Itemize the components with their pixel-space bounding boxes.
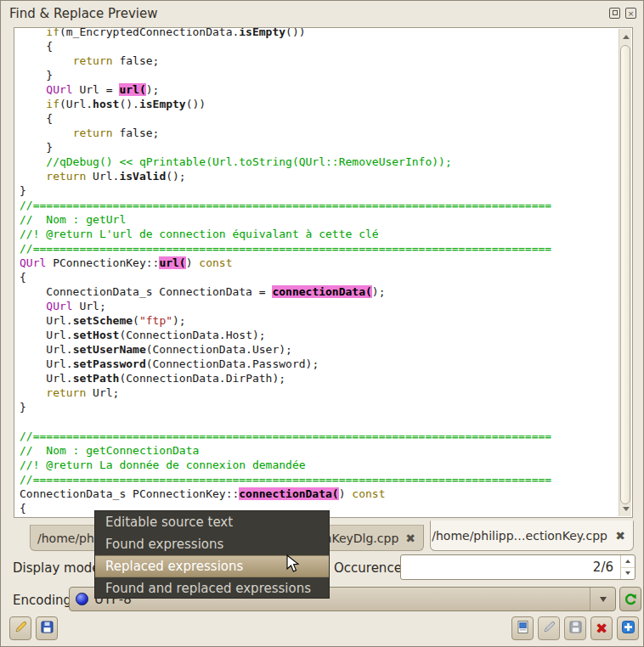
window-title: Find & Replace Preview <box>9 6 157 21</box>
code-line: // Nom : getConnectionData <box>20 443 619 458</box>
code-line: //======================================… <box>20 429 619 443</box>
tab-label: nKeyDlg.cpp <box>325 532 399 545</box>
code-line: if(m_EncryptedConnectionData.isEmpty()) <box>20 27 619 39</box>
code-line: Url.setScheme("ftp"); <box>20 313 619 328</box>
tab-label: /home/philipp…ectionKey.cpp <box>431 529 608 543</box>
tab-close-icon[interactable]: ✖ <box>405 532 415 545</box>
bottom-toolbar: ✖ <box>1 614 643 643</box>
code-line: //! @return La donnée de connexion deman… <box>20 458 619 472</box>
save-source-button[interactable] <box>36 616 58 640</box>
code-line: Url.setUserName(ConnectionData.User); <box>20 342 619 357</box>
code-line: { <box>20 270 619 284</box>
menu-item-found-expressions[interactable]: Found expressions <box>95 533 329 555</box>
code-line: { <box>20 39 619 53</box>
code-line: //qDebug() << qPrintable(Url.toString(QU… <box>20 155 619 169</box>
menu-item-editable-source-text[interactable]: Editable source text <box>95 511 329 533</box>
spin-down-icon[interactable] <box>621 567 635 580</box>
tab-file-2[interactable]: /home/philipp…ectionKey.cpp ✖ <box>430 520 634 551</box>
pencil-yellow-icon <box>14 620 28 638</box>
restore-icon[interactable] <box>609 8 620 19</box>
code-line: ConnectionData_s PConnectionKey::connect… <box>20 487 619 501</box>
refresh-icon <box>624 593 637 606</box>
preview-document-button[interactable] <box>511 616 534 640</box>
code-line: //======================================… <box>20 198 619 212</box>
code-line: return false; <box>20 53 619 68</box>
close-file-button[interactable]: ✖ <box>590 616 613 640</box>
code-line: QUrl Url = url(); <box>20 82 619 97</box>
source-preview-pane[interactable]: if(m_EncryptedConnectionData.isEmpty()) … <box>14 27 633 518</box>
code-line: Url.setPassword(ConnectionData.Password)… <box>20 357 619 371</box>
refresh-encoding-button[interactable] <box>619 587 641 611</box>
code-line: Url.setPath(ConnectionData.DirPath); <box>20 371 619 385</box>
occurrence-spinbox[interactable]: 2/6 <box>400 554 636 580</box>
floppy-gray-icon <box>568 620 583 638</box>
toolbar-right-group: ✖ <box>511 616 639 640</box>
save-result-button[interactable] <box>564 616 586 640</box>
titlebar: Find & Replace Preview × <box>1 1 643 26</box>
display-mode-label: Display mode <box>13 560 100 576</box>
code-line: if(Url.host().isEmpty()) <box>20 97 619 111</box>
mouse-cursor <box>286 554 300 573</box>
code-lines[interactable]: if(m_EncryptedConnectionData.isEmpty()) … <box>20 27 619 517</box>
spin-up-icon[interactable] <box>621 555 635 567</box>
code-line: //======================================… <box>20 472 619 487</box>
occurrence-label: Occurence <box>334 560 402 576</box>
code-line: QUrl PConnectionKey::url() const <box>20 256 619 270</box>
code-line: // Nom : getUrl <box>20 212 619 227</box>
code-line <box>20 414 619 429</box>
edit-result-button[interactable] <box>538 616 560 640</box>
code-line: return false; <box>20 126 619 140</box>
encoding-orb-icon <box>76 593 88 605</box>
code-line: //======================================… <box>20 241 619 256</box>
close-red-icon: ✖ <box>596 621 607 637</box>
find-replace-preview-window: Find & Replace Preview × if(m_EncryptedC… <box>0 0 644 647</box>
edit-source-button[interactable] <box>9 616 31 640</box>
code-line: } <box>20 400 619 414</box>
vertical-scrollbar[interactable] <box>619 29 631 516</box>
document-preview-icon <box>516 620 530 638</box>
pencil-gray-icon <box>542 620 556 638</box>
code-line: return Url.isValid(); <box>20 169 619 183</box>
scroll-down-icon[interactable] <box>619 503 632 515</box>
code-line: //! @return L'url de connection équivala… <box>20 227 619 241</box>
code-line: ConnectionData_s ConnectionData = connec… <box>20 284 619 299</box>
occurrence-value[interactable]: 2/6 <box>401 560 620 575</box>
code-line: { <box>20 111 619 126</box>
scrollbar-thumb[interactable] <box>620 45 630 504</box>
add-blue-icon <box>621 620 636 638</box>
code-line: } <box>20 140 619 155</box>
code-line: } <box>20 183 619 198</box>
tab-close-icon[interactable]: ✖ <box>615 529 625 543</box>
scroll-up-icon[interactable] <box>619 31 632 42</box>
code-line: QUrl Url; <box>20 299 619 313</box>
close-icon[interactable]: × <box>625 8 636 19</box>
code-line: return Url; <box>20 385 619 400</box>
chevron-down-icon[interactable] <box>590 588 615 610</box>
menu-item-found-and-replaced-expressions[interactable]: Found and replaced expressions <box>95 577 329 599</box>
code-line: } <box>20 68 619 82</box>
encoding-label: Encoding <box>13 593 71 608</box>
code-line: Url.setHost(ConnectionData.Host); <box>20 328 619 342</box>
floppy-blue-icon <box>40 620 54 638</box>
toolbar-left-group <box>9 616 58 640</box>
add-file-button[interactable] <box>617 616 639 640</box>
